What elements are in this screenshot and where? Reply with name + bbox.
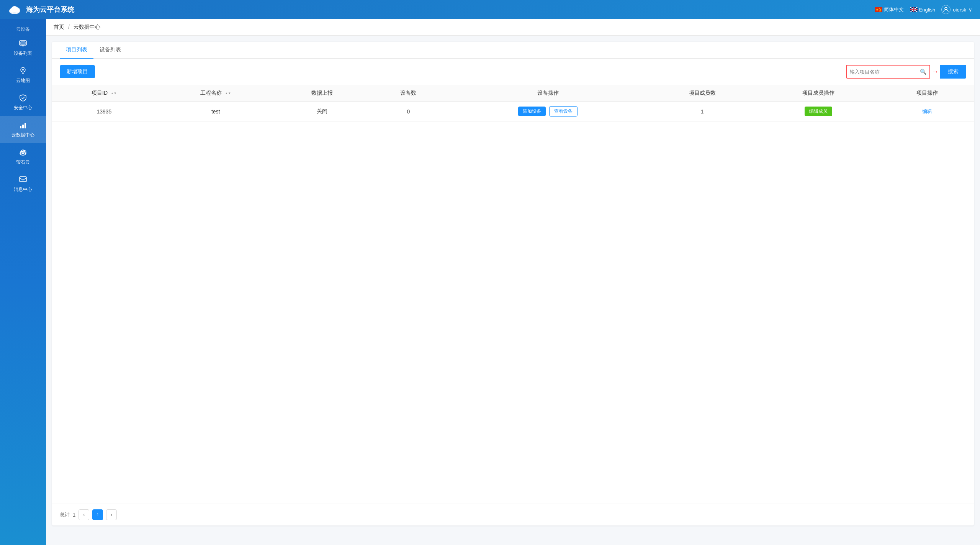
col-project-id: 项目ID ▲▼: [52, 85, 156, 102]
svg-point-3: [11, 6, 18, 12]
table-header-row: 项目ID ▲▼ 工程名称 ▲▼ 数据上报 设备数 设备操作 项目成员数 项: [52, 85, 974, 102]
svg-rect-19: [21, 42, 25, 45]
lang-en-label: English: [919, 7, 936, 13]
pagination-total-label: 总计: [60, 511, 70, 518]
tab-device-list[interactable]: 设备列表: [93, 42, 127, 59]
sidebar: 云设备 设备列表 云地图: [0, 19, 46, 545]
security-icon: [18, 93, 28, 102]
cell-project-ops: 编辑: [880, 102, 974, 121]
col-device-count: 设备数: [369, 85, 448, 102]
cell-device-count: 0: [369, 102, 448, 121]
edit-project-button[interactable]: 编辑: [922, 108, 932, 115]
sidebar-cloud-map-label: 云地图: [16, 77, 30, 84]
breadcrumb-separator: /: [68, 24, 70, 30]
cloud-map-icon: [18, 66, 28, 75]
view-device-button[interactable]: 查看设备: [549, 106, 578, 117]
header-right: ★ ★ ★ ★ ★ 简体中文 English: [875, 5, 972, 14]
cell-member-count: 1: [648, 102, 757, 121]
main-layout: 云设备 设备列表 云地图: [0, 19, 980, 545]
svg-text:★: ★: [876, 8, 879, 11]
tab-project-list[interactable]: 项目列表: [60, 42, 93, 59]
col-member-ops: 项目成员操作: [757, 85, 880, 102]
sidebar-message-label: 消息中心: [14, 186, 32, 193]
breadcrumb-current: 云数据中心: [74, 24, 100, 30]
sidebar-firefly-label: 萤石云: [16, 159, 30, 166]
col-data-report: 数据上报: [275, 85, 369, 102]
sidebar-item-message-center[interactable]: 消息中心: [0, 170, 46, 197]
sidebar-section-label: 云设备: [0, 23, 46, 34]
cell-project-name: test: [156, 102, 275, 121]
sidebar-cloud-data-label: 云数据中心: [11, 132, 34, 138]
search-arrow-icon: →: [932, 68, 939, 76]
content-area: 首页 / 云数据中心 项目列表 设备列表 新增项目 🔍: [46, 19, 980, 545]
pagination-page-1-button[interactable]: 1: [92, 509, 103, 520]
devices-list-icon: [18, 39, 28, 48]
lang-cn-selector[interactable]: ★ ★ ★ ★ ★ 简体中文: [875, 6, 904, 13]
svg-rect-31: [20, 177, 26, 182]
app-logo: [8, 3, 21, 16]
sidebar-devices-list-label: 设备列表: [14, 50, 32, 57]
page-content: 项目列表 设备列表 新增项目 🔍 → 搜索: [46, 36, 980, 545]
svg-rect-26: [25, 123, 26, 128]
search-button[interactable]: 搜索: [940, 65, 966, 79]
cell-data-report: 关闭: [275, 102, 369, 121]
data-table: 项目ID ▲▼ 工程名称 ▲▼ 数据上报 设备数 设备操作 项目成员数 项: [52, 85, 974, 121]
breadcrumb-home[interactable]: 首页: [54, 24, 64, 30]
col-device-ops: 设备操作: [448, 85, 648, 102]
col-project-ops: 项目操作: [880, 85, 974, 102]
svg-point-17: [945, 7, 947, 10]
header: 海为云平台系统 ★ ★ ★ ★ ★ 简体中文: [0, 0, 980, 19]
user-menu[interactable]: oiersk ∨: [941, 5, 972, 14]
col-project-name: 工程名称 ▲▼: [156, 85, 275, 102]
user-avatar-icon: [941, 5, 951, 14]
sidebar-security-label: 安全中心: [14, 105, 32, 111]
sort-arrows-project-name[interactable]: ▲▼: [225, 92, 231, 95]
add-device-button[interactable]: 添加设备: [518, 107, 546, 116]
table-row: 13935 test 关闭 0 添加设备 查看设备 1 编辑成员: [52, 102, 974, 121]
header-left: 海为云平台系统: [8, 3, 74, 16]
sidebar-item-firefly-cloud[interactable]: 萤石云: [0, 143, 46, 170]
app-title: 海为云平台系统: [26, 5, 74, 14]
svg-rect-25: [22, 125, 24, 128]
toolbar: 新增项目 🔍 → 搜索: [52, 59, 974, 85]
lang-cn-label: 简体中文: [884, 6, 904, 13]
sidebar-item-cloud-data[interactable]: 云数据中心: [0, 116, 46, 143]
svg-rect-24: [20, 126, 21, 128]
firefly-cloud-icon: [18, 148, 28, 157]
sort-arrows-project-id[interactable]: ▲▼: [111, 92, 117, 95]
sidebar-item-security[interactable]: 安全中心: [0, 89, 46, 116]
cell-member-ops: 编辑成员: [757, 102, 880, 121]
col-member-count: 项目成员数: [648, 85, 757, 102]
edit-member-button[interactable]: 编辑成员: [805, 107, 832, 116]
cell-project-id: 13935: [52, 102, 156, 121]
pagination-prev-button[interactable]: ‹: [79, 509, 89, 520]
add-project-button[interactable]: 新增项目: [60, 65, 95, 78]
pagination-total-count: 1: [73, 512, 75, 518]
uk-flag-icon: [910, 7, 918, 12]
lang-en-selector[interactable]: English: [910, 7, 936, 13]
dropdown-arrow-icon: ∨: [969, 7, 972, 13]
message-center-icon: [18, 175, 28, 184]
breadcrumb: 首页 / 云数据中心: [46, 19, 980, 36]
pagination-bar: 总计 1 ‹ 1 ›: [52, 504, 974, 525]
content-card: 项目列表 设备列表 新增项目 🔍 → 搜索: [52, 42, 974, 525]
tabs-bar: 项目列表 设备列表: [52, 42, 974, 59]
search-area: 🔍 → 搜索: [846, 65, 966, 79]
pagination-next-button[interactable]: ›: [106, 509, 117, 520]
cell-device-ops: 添加设备 查看设备: [448, 102, 648, 121]
cn-flag-icon: ★ ★ ★ ★ ★: [875, 7, 882, 12]
search-icon: 🔍: [920, 69, 926, 75]
cloud-data-icon: [18, 120, 28, 130]
search-input-wrap: 🔍: [846, 65, 930, 79]
username-label: oiersk: [953, 7, 966, 13]
svg-point-23: [22, 69, 24, 71]
sidebar-item-cloud-map[interactable]: 云地图: [0, 61, 46, 89]
search-input[interactable]: [850, 69, 920, 75]
sidebar-item-devices-list[interactable]: 设备列表: [0, 34, 46, 61]
